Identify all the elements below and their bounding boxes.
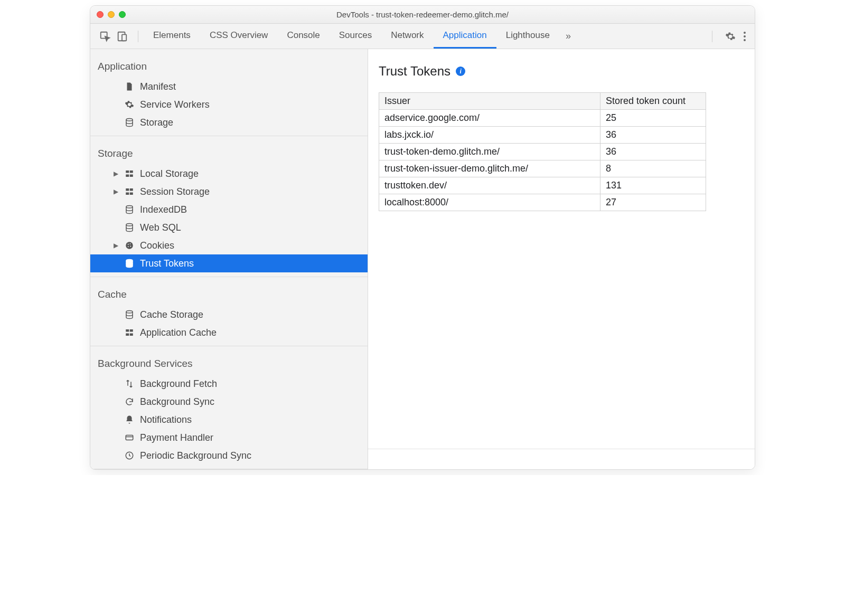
tab-lighthouse[interactable]: Lighthouse (496, 24, 559, 49)
overflow-tabs-icon[interactable]: » (566, 31, 571, 42)
sidebar-item-application-cache[interactable]: Application Cache (90, 324, 368, 342)
cell-issuer: trust-token-demo.glitch.me/ (379, 144, 600, 160)
tab-application[interactable]: Application (434, 24, 496, 49)
cell-count: 36 (600, 127, 706, 144)
trust-tokens-panel: Trust Tokens i Issuer Stored token count… (368, 49, 755, 469)
section-divider (90, 277, 368, 277)
sidebar-item-indexeddb[interactable]: IndexedDB (90, 201, 368, 219)
table-row[interactable]: adservice.google.com/25 (379, 110, 706, 127)
table-row[interactable]: labs.jxck.io/36 (379, 127, 706, 144)
panel-bottom-divider (368, 449, 755, 449)
cell-count: 25 (600, 110, 706, 127)
sidebar-item-storage[interactable]: Storage (90, 113, 368, 131)
titlebar: DevTools - trust-token-redeemer-demo.gli… (90, 6, 755, 24)
sidebar-item-label: Notifications (140, 414, 192, 425)
caret-icon[interactable]: ▶ (114, 170, 120, 177)
svg-rect-10 (130, 175, 133, 177)
cell-count: 8 (600, 160, 706, 177)
svg-point-16 (126, 224, 133, 226)
section-divider (90, 136, 368, 136)
toolbar-divider (138, 31, 138, 42)
cell-issuer: adservice.google.com/ (379, 110, 600, 127)
sidebar-item-manifest[interactable]: Manifest (90, 78, 368, 96)
sidebar-item-label: Local Storage (140, 168, 199, 179)
section-divider (90, 469, 368, 469)
svg-rect-24 (126, 329, 129, 332)
section-divider (90, 346, 368, 346)
svg-rect-9 (126, 175, 129, 177)
tab-console[interactable]: Console (277, 24, 329, 49)
sidebar-item-label: Web SQL (140, 222, 181, 233)
sidebar-item-label: Application Cache (140, 327, 217, 338)
table-row[interactable]: localhost:8000/27 (379, 194, 706, 211)
sidebar-item-web-sql[interactable]: Web SQL (90, 219, 368, 236)
window-title: DevTools - trust-token-redeemer-demo.gli… (90, 10, 755, 19)
svg-point-21 (128, 246, 129, 247)
svg-rect-8 (130, 170, 133, 173)
svg-point-23 (126, 311, 133, 314)
tab-css-overview[interactable]: CSS Overview (200, 24, 278, 49)
sidebar-item-label: Service Workers (140, 99, 210, 110)
column-header-issuer[interactable]: Issuer (379, 93, 600, 110)
svg-rect-27 (130, 334, 133, 336)
toolbar-divider (712, 31, 712, 42)
storage-icon (124, 117, 135, 128)
panel-tabs: ElementsCSS OverviewConsoleSourcesNetwor… (144, 24, 559, 49)
sidebar-item-label: Periodic Background Sync (140, 450, 251, 461)
svg-point-19 (130, 243, 131, 244)
sidebar-item-payment-handler[interactable]: Payment Handler (90, 429, 368, 447)
cell-issuer: trust-token-issuer-demo.glitch.me/ (379, 160, 600, 177)
sidebar-item-notifications[interactable]: Notifications (90, 411, 368, 429)
sidebar-item-background-sync[interactable]: Background Sync (90, 393, 368, 411)
inspect-element-icon[interactable] (99, 30, 111, 43)
tab-sources[interactable]: Sources (330, 24, 381, 49)
settings-gear-icon[interactable] (725, 31, 736, 42)
card-icon (124, 432, 135, 443)
svg-point-18 (128, 244, 129, 245)
info-icon[interactable]: i (456, 67, 465, 76)
sidebar-item-session-storage[interactable]: ▶Session Storage (90, 183, 368, 201)
sidebar-item-periodic-background-sync[interactable]: Periodic Background Sync (90, 447, 368, 465)
column-header-count[interactable]: Stored token count (600, 93, 706, 110)
section-title-application: Application (90, 53, 368, 78)
table-row[interactable]: trust-token-issuer-demo.glitch.me/8 (379, 160, 706, 177)
sidebar-item-local-storage[interactable]: ▶Local Storage (90, 165, 368, 183)
svg-rect-2 (122, 34, 126, 41)
gear-icon (124, 99, 135, 110)
caret-icon[interactable]: ▶ (114, 242, 120, 249)
sidebar-item-cache-storage[interactable]: Cache Storage (90, 306, 368, 324)
zoom-window-button[interactable] (119, 11, 126, 18)
sidebar-item-service-workers[interactable]: Service Workers (90, 96, 368, 113)
section-title-storage: Storage (90, 140, 368, 165)
sidebar-item-label: Background Fetch (140, 378, 217, 390)
arrows-icon (124, 378, 135, 389)
table-row[interactable]: trust-token-demo.glitch.me/36 (379, 144, 706, 160)
caret-icon[interactable]: ▶ (114, 188, 120, 195)
bell-icon (124, 414, 135, 425)
sidebar-item-trust-tokens[interactable]: Trust Tokens (90, 254, 368, 272)
more-options-icon[interactable] (743, 31, 746, 42)
clock-icon (124, 450, 135, 461)
minimize-window-button[interactable] (108, 11, 115, 18)
sidebar-item-label: Storage (140, 117, 173, 128)
sidebar-item-background-fetch[interactable]: Background Fetch (90, 375, 368, 393)
cell-count: 131 (600, 177, 706, 194)
svg-point-3 (744, 32, 746, 34)
cell-issuer: labs.jxck.io/ (379, 127, 600, 144)
table-row[interactable]: trusttoken.dev/131 (379, 177, 706, 194)
application-sidebar: ApplicationManifestService WorkersStorag… (90, 49, 368, 469)
svg-rect-12 (130, 188, 133, 191)
sidebar-item-cookies[interactable]: ▶Cookies (90, 236, 368, 254)
device-toolbar-icon[interactable] (116, 30, 128, 43)
tab-elements[interactable]: Elements (144, 24, 200, 49)
tab-network[interactable]: Network (381, 24, 433, 49)
trust-tokens-table: Issuer Stored token count adservice.goog… (379, 92, 706, 211)
cookie-icon (124, 240, 135, 251)
sync-icon (124, 396, 135, 407)
svg-point-15 (126, 206, 133, 209)
close-window-button[interactable] (97, 11, 104, 18)
storage-icon (124, 258, 135, 269)
sidebar-item-label: Manifest (140, 81, 176, 92)
devtools-window: DevTools - trust-token-redeemer-demo.gli… (90, 5, 755, 470)
cell-issuer: localhost:8000/ (379, 194, 600, 211)
